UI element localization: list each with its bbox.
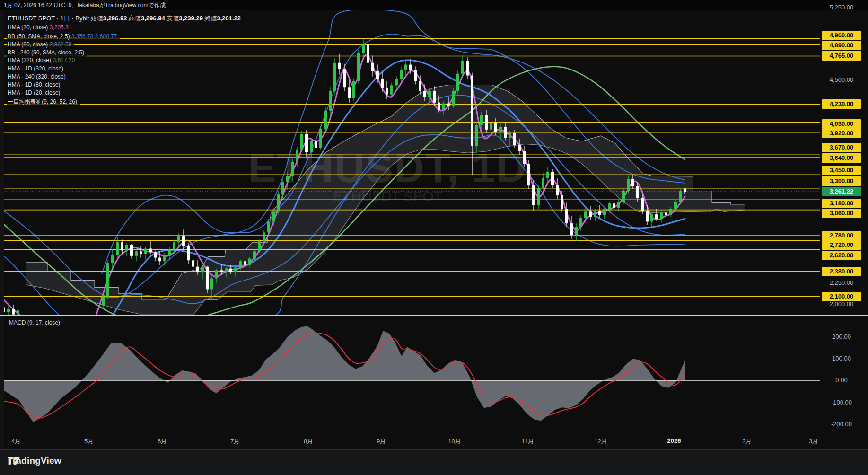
time-axis-label: 10月	[448, 437, 461, 446]
price-level-lines[interactable]	[4, 38, 820, 296]
time-axis-label: 3月	[809, 437, 818, 446]
legend-segment: HMA · 1D (80, close)	[8, 81, 60, 88]
macd-legend-row[interactable]: MACD (9, 17, close)	[7, 319, 62, 326]
axis-tick-label: 100.00	[822, 354, 861, 363]
legend-segment: 3,205.31	[50, 24, 72, 31]
legend-segment: 始値	[89, 15, 103, 22]
tradingview-logo-icon	[8, 455, 21, 467]
legend-segment: 終値	[203, 15, 217, 22]
time-axis-label: 9月	[377, 437, 386, 446]
axis-tick-label: 200.00	[822, 332, 861, 342]
level-price-label[interactable]: 2,380.00	[822, 267, 861, 276]
legend-segment: 3,261.22	[217, 15, 241, 22]
level-price-label[interactable]: 3,670.00	[822, 143, 861, 152]
tradingview-logo[interactable]: TradingView	[8, 456, 61, 466]
level-price-label[interactable]: 2,620.00	[822, 251, 861, 260]
macd-area-series	[4, 326, 685, 422]
axis-tick-label: -200.00	[822, 420, 861, 429]
legend-segment: HMA · 240 (320, close)	[8, 73, 66, 80]
legend-segment: HMA · 1D (320, close)	[8, 65, 63, 72]
time-axis-label: 12月	[594, 437, 607, 446]
bottom-toolbar: TradingView	[0, 449, 868, 475]
axis-tick-label: 2,250.00	[822, 278, 861, 288]
attribution-text: 1月 07, 2026 16:42 UTC+9、takatabaがTrading…	[4, 2, 166, 9]
time-axis-label: 2026	[667, 437, 681, 444]
screenshot-attribution-bar: 1月 07, 2026 16:42 UTC+9、takatabaがTrading…	[0, 0, 868, 10]
indicator-legend-row[interactable]: HMA (320, close) 3,617.20	[7, 56, 78, 64]
legend-segment: HMA · 1D (20, close)	[8, 89, 60, 96]
level-price-label[interactable]: 4,765.00	[822, 51, 861, 61]
time-axis-label: 8月	[304, 437, 313, 446]
legend-segment: 2,962.58	[50, 41, 72, 48]
indicator-legend-row[interactable]: HMA · 1D (320, close)	[7, 64, 66, 73]
level-price-label[interactable]: 3,640.00	[822, 153, 861, 163]
last-price-label[interactable]: 3,261.22	[822, 187, 861, 196]
legend-segment: 高値	[127, 15, 141, 22]
level-price-label[interactable]: 4,030.00	[822, 119, 861, 129]
indicator-legend-row[interactable]: HMA · 1D (80, close)	[7, 80, 63, 89]
indicator-legend-row[interactable]: 一目均衡表® (9, 26, 52, 26)	[7, 97, 80, 107]
symbol-legend-row[interactable]: ETHUSDT SPOT · 1日 · Bybit 始値3,296.92 高値3…	[7, 13, 244, 24]
legend-segment: 3,356.78	[71, 33, 94, 40]
legend-segment: HMA (80, close)	[8, 41, 50, 48]
time-axis-label: 7月	[230, 437, 240, 446]
axis-tick-label: 5,250.00	[822, 3, 861, 12]
level-price-label[interactable]: 4,960.00	[822, 31, 861, 40]
indicator-legend-row[interactable]: HMA · 1D (20, close)	[7, 88, 63, 97]
time-axis-label: 4月	[11, 437, 21, 446]
axis-tick-label: 4,500.00	[822, 75, 861, 85]
time-axis[interactable]: 4月5月6月7月8月9月10月11月12月20262月3月	[4, 434, 820, 449]
level-price-label[interactable]: 3,300.00	[822, 176, 861, 186]
level-price-label[interactable]: 4,230.00	[822, 99, 861, 109]
level-price-label[interactable]: 3,180.00	[822, 199, 861, 208]
indicator-legend-row[interactable]: BB (50, SMA, close, 2.5) 3,356.78 2,680.…	[7, 32, 120, 41]
indicator-legend-row[interactable]: HMA (80, close) 2,962.58	[7, 40, 74, 49]
level-price-label[interactable]: 3,920.00	[822, 129, 861, 138]
time-axis-label: 2月	[742, 437, 752, 446]
legend-segment: 一目均衡表® (9, 26, 52, 26)	[8, 98, 77, 105]
macd-indicator-pane[interactable]	[4, 316, 820, 435]
level-price-label[interactable]: 3,450.00	[822, 166, 861, 175]
legend-segment: HMA (320, close)	[8, 57, 53, 63]
axis-tick-label: 0.00	[822, 376, 861, 385]
axis-tick-label: 2,000.00	[822, 299, 861, 309]
legend-segment: BB · 240 (50, SMA, close, 2.5)	[8, 49, 84, 56]
legend-segment: BB (50, SMA, close, 2.5)	[8, 33, 71, 40]
price-chart-pane[interactable]	[4, 10, 820, 316]
legend-segment: HMA (20, close)	[8, 24, 50, 31]
legend-segment: 3,296.94	[141, 15, 165, 22]
level-price-label[interactable]: 2,720.00	[822, 240, 861, 250]
time-axis-label: 11月	[522, 437, 535, 446]
level-price-label[interactable]: 4,890.00	[822, 41, 861, 50]
indicator-legend-row[interactable]: HMA · 240 (320, close)	[7, 72, 69, 81]
axis-tick-label: -100.00	[822, 398, 861, 407]
legend-segment: 3,617.20	[53, 57, 75, 63]
legend-segment: 3,239.29	[179, 15, 203, 22]
legend-segment: ETHUSDT SPOT · 1日 · Bybit	[8, 15, 89, 22]
level-price-label[interactable]: 3,060.00	[822, 209, 861, 218]
time-axis-label: 5月	[84, 437, 94, 446]
ichimoku-cloud	[26, 85, 745, 314]
legend-segment: 3,296.92	[103, 15, 127, 22]
legend-segment: 2,680.77	[93, 33, 117, 40]
indicator-legend-row[interactable]: HMA (20, close) 3,205.31	[7, 23, 74, 32]
level-price-label[interactable]: 2,780.00	[822, 231, 861, 240]
tradingview-chart-window: 1月 07, 2026 16:42 UTC+9、takatabaがTrading…	[0, 0, 868, 475]
legend-segment: 安値	[165, 15, 179, 22]
price-axis[interactable]: 5,250.004,960.004,890.004,765.004,500.00…	[820, 10, 868, 449]
time-axis-label: 6月	[158, 437, 167, 446]
